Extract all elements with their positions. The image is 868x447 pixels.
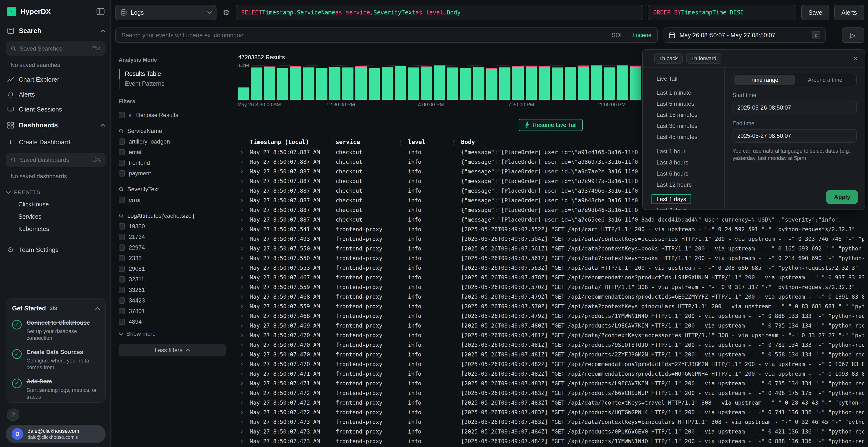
expand-row-icon[interactable]: › [237,274,250,281]
histogram-bar[interactable] [264,66,275,100]
saved-dashboards-input[interactable]: Saved Dashboards ⌘K [6,153,105,167]
relative-time-option[interactable]: Last 6 hours [651,169,693,179]
expand-row-icon[interactable]: › [237,361,250,368]
sidebar-item-client-sessions[interactable]: Client Sessions [6,105,105,113]
log-row[interactable]: ›May 27 8:50:07.470 AMfrontend-proxyinfo… [237,359,864,369]
facet-value-checkbox[interactable]: artillery-loadgen [119,137,226,146]
log-row[interactable]: ›May 27 8:50:07.468 AMfrontend-proxyinfo… [237,311,864,321]
sidebar-item-dashboards[interactable]: Dashboards [6,122,105,129]
histogram-bar[interactable] [539,66,550,100]
expand-row-icon[interactable]: › [237,159,250,165]
apply-button[interactable]: Apply [826,190,858,204]
histogram-bar[interactable] [630,66,641,100]
start-time-input[interactable] [733,101,857,114]
show-more-link[interactable]: Show more [119,331,226,337]
mode-event-patterns[interactable]: Event Patterns [119,79,226,89]
close-icon[interactable]: × [853,55,858,62]
shift-forward-button[interactable]: 1h forward [686,54,721,64]
histogram-bar[interactable] [460,68,471,100]
checkbox[interactable] [119,244,125,251]
log-row[interactable]: ›May 27 8:50:07.471 AMfrontend-proxyinfo… [237,379,864,388]
expand-row-icon[interactable]: › [237,216,250,223]
checkbox[interactable] [119,170,125,176]
expand-row-icon[interactable]: › [237,303,250,310]
tab-time-range[interactable]: Time range [734,75,795,85]
expand-row-icon[interactable]: › [237,351,250,358]
user-menu[interactable]: D dale@clickhouse.com dale@clickhouse.co… [6,425,105,443]
expand-row-icon[interactable]: › [237,313,250,319]
facet-value-checkbox[interactable]: 4894 [119,317,226,326]
checkbox[interactable] [119,149,125,156]
order-by-input[interactable]: ORDER BY TimestampTime DESC [648,5,796,20]
histogram-bar[interactable] [329,67,340,100]
expand-row-icon[interactable]: › [237,428,250,435]
sidebar-collapse-icon[interactable] [96,8,105,15]
source-select[interactable]: Logs [115,5,217,20]
expand-row-icon[interactable]: › [237,332,250,339]
facet-value-checkbox[interactable]: email [119,147,226,157]
expand-row-icon[interactable]: › [237,294,250,300]
log-row[interactable]: ›May 27 8:50:07.473 AMfrontend-proxyinfo… [237,437,864,446]
log-row[interactable]: ›May 27 8:50:07.550 AMfrontend-proxyinfo… [237,253,864,263]
facet-value-checkbox[interactable]: frontend [119,158,226,168]
checkbox[interactable] [119,255,125,261]
log-row[interactable]: ›May 27 8:50:07.472 AMfrontend-proxyinfo… [237,408,864,417]
histogram-bar[interactable] [473,67,485,100]
histogram-bar[interactable] [513,66,523,100]
histogram-bar[interactable] [277,68,288,100]
checkbox[interactable] [119,276,125,282]
expand-row-icon[interactable]: › [237,255,250,262]
expand-row-icon[interactable]: › [237,187,250,194]
sql-toggle[interactable]: SQL [612,32,623,38]
histogram-bar[interactable] [552,67,563,100]
log-row[interactable]: ›May 27 8:50:07.559 AMfrontend-proxyinfo… [237,282,864,292]
relative-time-option[interactable]: Last 45 minutes [651,132,702,142]
log-row[interactable]: ›May 27 8:50:07.559 AMfrontend-proxyinfo… [237,302,864,311]
expand-row-icon[interactable]: › [237,322,250,329]
relative-time-option[interactable]: Last 15 minutes [651,110,702,120]
lucene-toggle[interactable]: Lucene [632,32,651,38]
preset-services[interactable]: Services [18,213,105,220]
relative-time-option[interactable]: Last 1 days [651,194,691,204]
log-row[interactable]: ›May 27 8:50:07.493 AMfrontend-proxyinfo… [237,234,864,244]
checkbox[interactable] [119,298,125,304]
histogram-bar[interactable] [447,67,458,100]
histogram-bar[interactable] [434,65,445,100]
expand-row-icon[interactable]: › [237,409,250,416]
source-settings-button[interactable]: ⚙ [221,8,231,17]
get-started-step[interactable]: ✓ Add Data Start sending logs, metrics, … [12,378,99,400]
expand-row-icon[interactable]: › [237,245,250,252]
relative-time-option[interactable]: Last 12 hours [651,180,696,190]
column-resize-handle[interactable]: ⋮ [397,139,408,145]
denoise-results-checkbox[interactable]: ◐ Denoise Results [119,110,226,120]
sidebar-item-team-settings[interactable]: ⚙ Team Settings [6,246,105,253]
less-filters-button[interactable]: Less filters [119,344,226,356]
create-dashboard-button[interactable]: + Create Dashboard [6,138,105,146]
live-tail-option[interactable]: Live Tail [651,74,682,84]
sql-select-input[interactable]: SELECT Timestamp, ServiceName as service… [236,5,643,20]
facet-value-checkbox[interactable]: error [119,195,226,205]
preset-kubernetes[interactable]: Kubernetes [18,226,105,232]
checkbox[interactable] [119,197,125,203]
log-row[interactable]: ›May 27 8:50:07.472 AMfrontend-proxyinfo… [237,398,864,408]
expand-row-icon[interactable]: › [237,342,250,348]
checkbox[interactable] [119,308,125,314]
facet-value-checkbox[interactable]: 21734 [119,232,226,242]
checkbox[interactable] [119,234,125,240]
facet-value-checkbox[interactable]: 22974 [119,243,226,252]
histogram-bar[interactable] [238,88,249,100]
facet-value-checkbox[interactable]: 19350 [119,221,226,231]
histogram-bar[interactable] [591,65,602,100]
log-row[interactable]: ›May 27 8:50:07.469 AMfrontend-proxyinfo… [237,321,864,331]
preset-clickhouse[interactable]: ClickHouse [18,201,105,208]
histogram-bar[interactable] [604,67,615,100]
log-row[interactable]: ›May 27 8:50:07.550 AMfrontend-proxyinfo… [237,244,864,253]
expand-row-icon[interactable]: › [237,178,250,184]
facet-value-checkbox[interactable]: 32311 [119,275,226,284]
relative-time-option[interactable]: Last 3 hours [651,158,693,168]
get-started-header[interactable]: Get Started 3/3 [12,305,99,312]
search-input[interactable] [122,32,607,39]
facet-value-checkbox[interactable]: 33261 [119,285,226,295]
sidebar-item-chart-explorer[interactable]: Chart Explorer [6,76,105,83]
checkbox[interactable] [119,138,125,145]
